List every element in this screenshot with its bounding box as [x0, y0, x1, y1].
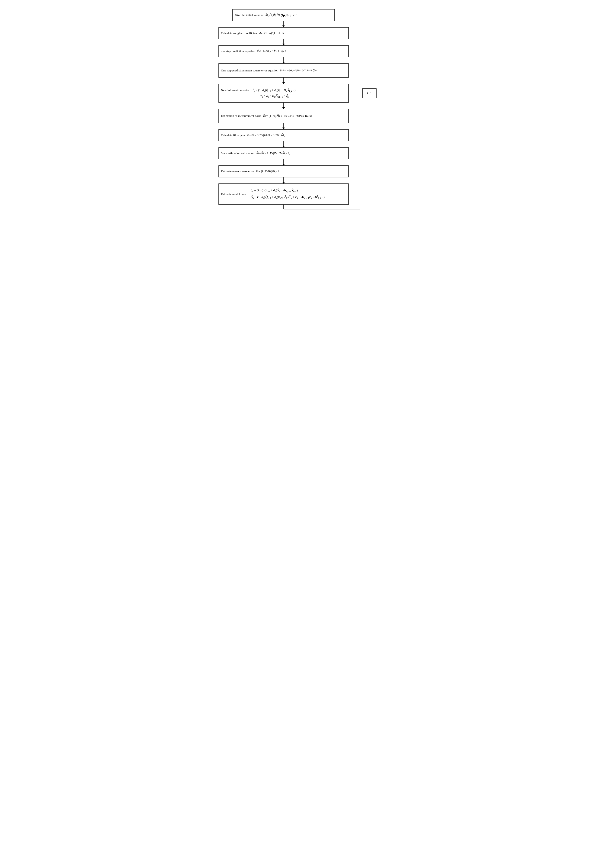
- svg-marker-14: [282, 107, 285, 109]
- svg-marker-5: [282, 44, 285, 46]
- box-estimate-mse: Estimate mean square error Pk = [I − KkH…: [219, 165, 348, 177]
- box-new-info-series: New information series r̂k = (1−dk)r̂k−1…: [219, 84, 348, 102]
- box-one-step-prediction: one step prediction equation X̂k,k−1 = Φ…: [219, 46, 348, 57]
- svg-marker-20: [282, 146, 285, 148]
- box-weighted-coefficient: Calculate weighted coefficient dk = (1 −…: [219, 27, 348, 39]
- box-estimate-model-noise: Estimate model noiseq̂k = (1−dk)q̂k−1 + …: [219, 184, 348, 205]
- box-filter-gain: Calculate filter gain Kk = Pk,k−1HTk[HkP…: [219, 129, 348, 141]
- box-state-estimation: State estimation calculation X̂k = X̂k,k…: [219, 148, 348, 159]
- svg-marker-11: [282, 82, 285, 84]
- flowchart-svg: Give the initial value of X̂0, P̂0, r̂0,…: [210, 4, 385, 211]
- box-measurement-noise: Estimation of measurement noise R̂k = (1…: [219, 109, 348, 123]
- svg-marker-23: [282, 164, 285, 165]
- svg-marker-17: [282, 127, 285, 129]
- svg-marker-8: [282, 62, 285, 63]
- svg-marker-26: [282, 182, 285, 184]
- box-one-step-mse: One step prediction mean square error eq…: [219, 63, 348, 77]
- svg-marker-2: [282, 25, 285, 27]
- k-plus-one-box: k+1: [362, 89, 376, 98]
